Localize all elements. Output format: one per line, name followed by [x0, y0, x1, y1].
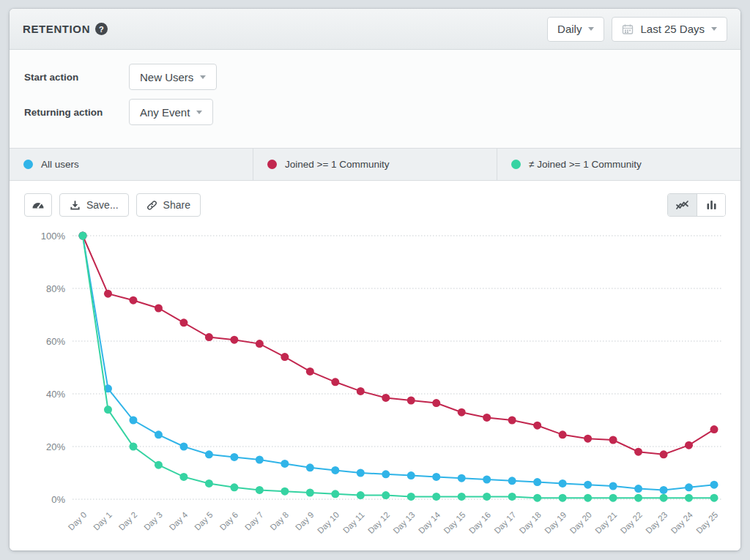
report-header: RETENTION ? Daily	[10, 9, 740, 50]
svg-text:Day 6: Day 6	[218, 510, 240, 532]
svg-text:Day 10: Day 10	[316, 510, 341, 535]
svg-text:80%: 80%	[46, 283, 65, 294]
share-button[interactable]: Share	[136, 193, 201, 217]
chevron-down-icon	[711, 27, 717, 31]
svg-text:0%: 0%	[51, 494, 65, 505]
svg-text:Day 24: Day 24	[669, 510, 695, 536]
granularity-value: Daily	[557, 23, 582, 35]
legend-label: Joined >= 1 Community	[285, 159, 390, 170]
series-color-dot	[511, 160, 521, 169]
svg-text:Day 7: Day 7	[243, 510, 265, 532]
share-label: Share	[163, 199, 190, 211]
svg-text:Day 12: Day 12	[366, 510, 391, 535]
line-chart-icon	[675, 199, 689, 211]
svg-text:Day 8: Day 8	[269, 510, 291, 532]
start-action-row: Start action New Users	[24, 64, 726, 90]
svg-text:Day 15: Day 15	[442, 510, 467, 535]
svg-text:Day 20: Day 20	[568, 510, 593, 535]
chart-type-toggle	[667, 193, 726, 217]
calendar-icon	[622, 23, 634, 35]
svg-text:Day 23: Day 23	[644, 510, 669, 535]
svg-text:Day 11: Day 11	[341, 510, 366, 535]
svg-text:Day 16: Day 16	[467, 510, 492, 535]
start-action-dropdown[interactable]: New Users	[129, 64, 217, 90]
page-title: RETENTION ?	[23, 23, 108, 35]
series-color-dot	[267, 160, 277, 169]
legend-label: All users	[41, 159, 79, 170]
retention-report-panel: RETENTION ? Daily	[10, 9, 740, 550]
returning-action-row: Returning action Any Event	[24, 99, 726, 125]
svg-text:60%: 60%	[46, 336, 65, 347]
svg-text:Day 5: Day 5	[193, 510, 215, 532]
page-title-text: RETENTION	[23, 23, 90, 35]
retention-line-chart[interactable]: 0%20%40%60%80%100%Day 0Day 1Day 2Day 3Da…	[24, 224, 724, 550]
save-button[interactable]: Save...	[59, 193, 129, 217]
svg-text:Day 3: Day 3	[142, 510, 164, 532]
svg-text:Day 22: Day 22	[619, 510, 644, 535]
chevron-down-icon	[200, 75, 206, 79]
svg-text:Day 21: Day 21	[593, 510, 618, 535]
gauge-icon	[31, 199, 45, 211]
returning-action-value: Any Event	[140, 106, 190, 119]
date-range-value: Last 25 Days	[640, 23, 705, 35]
series-legend: All users Joined >= 1 Community ≠ Joined…	[10, 148, 740, 181]
svg-text:Day 19: Day 19	[543, 510, 568, 535]
returning-action-label: Returning action	[24, 107, 129, 118]
header-controls: Daily Last 2	[547, 17, 727, 42]
svg-text:Day 1: Day 1	[92, 510, 114, 532]
svg-text:Day 4: Day 4	[168, 510, 190, 532]
series-color-dot	[23, 160, 33, 169]
chevron-down-icon	[588, 27, 594, 31]
svg-text:Day 2: Day 2	[117, 510, 139, 532]
start-action-label: Start action	[24, 72, 129, 83]
download-icon	[70, 200, 81, 211]
bar-chart-toggle[interactable]	[697, 194, 725, 216]
legend-item-not-joined-community[interactable]: ≠ Joined >= 1 Community	[497, 149, 740, 180]
svg-text:Day 25: Day 25	[694, 510, 719, 535]
returning-action-dropdown[interactable]: Any Event	[129, 99, 213, 125]
svg-text:Day 0: Day 0	[67, 510, 89, 532]
legend-item-all-users[interactable]: All users	[10, 149, 253, 180]
granularity-dropdown[interactable]: Daily	[547, 17, 604, 42]
start-action-value: New Users	[140, 71, 193, 83]
dashboard-button[interactable]	[24, 193, 52, 217]
chevron-down-icon	[196, 111, 202, 114]
chart-toolbar: Save... Share	[24, 193, 726, 217]
legend-label: ≠ Joined >= 1 Community	[529, 159, 642, 170]
svg-text:Day 14: Day 14	[417, 510, 442, 536]
chart-section: Save... Share	[10, 181, 740, 550]
link-icon	[146, 200, 157, 211]
bar-chart-icon	[705, 199, 718, 211]
save-label: Save...	[86, 199, 119, 211]
filters-section: Start action New Users Returning action …	[10, 50, 740, 148]
line-chart-toggle[interactable]	[668, 194, 697, 216]
svg-text:Day 13: Day 13	[391, 510, 416, 535]
svg-text:Day 9: Day 9	[294, 510, 316, 532]
svg-text:20%: 20%	[46, 441, 65, 452]
help-icon[interactable]: ?	[95, 23, 108, 35]
svg-text:40%: 40%	[46, 389, 65, 400]
svg-text:Day 18: Day 18	[518, 510, 543, 535]
date-range-dropdown[interactable]: Last 25 Days	[612, 17, 727, 42]
svg-text:100%: 100%	[41, 231, 66, 242]
svg-text:Day 17: Day 17	[492, 510, 517, 535]
legend-item-joined-community[interactable]: Joined >= 1 Community	[253, 149, 497, 180]
